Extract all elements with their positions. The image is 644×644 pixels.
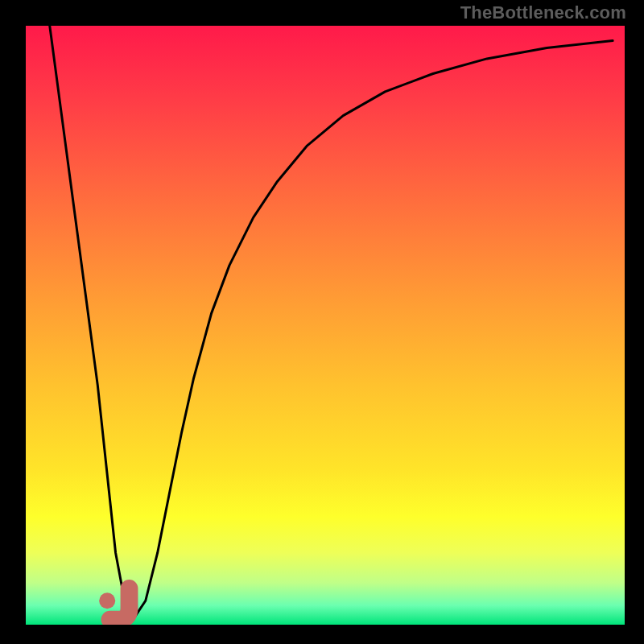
marker-dot (99, 592, 115, 609)
watermark-text: TheBottleneck.com (460, 2, 626, 23)
plot-area (26, 26, 625, 625)
chart-background (26, 26, 625, 625)
chart-frame: TheBottleneck.com (0, 0, 644, 644)
chart-svg (26, 26, 625, 625)
